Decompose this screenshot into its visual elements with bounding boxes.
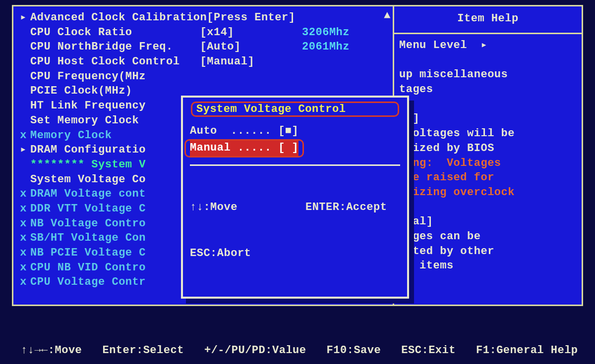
help-line: voltages will be xyxy=(399,126,577,141)
setting-value: [Press Enter] xyxy=(207,10,295,25)
disabled-icon: x xyxy=(16,246,30,260)
bios-screen: ▲ ▸Advanced Clock Calibration[Press Ente… xyxy=(12,5,583,306)
marker xyxy=(16,113,30,128)
setting-label: CPU Host Clock Control xyxy=(30,54,200,69)
help-panel: Item Help Menu Level up miscellaneoustag… xyxy=(393,6,582,305)
setting-label: NB Voltage Contro xyxy=(30,216,146,231)
disabled-icon: x xyxy=(16,260,30,275)
footer-line-1: ↑↓→←:Move Enter:Select +/-/PU/PD:Value F… xyxy=(21,343,583,359)
submenu-icon: ▸ xyxy=(16,143,30,157)
setting-label: CPU NB VID Contro xyxy=(30,260,146,275)
setting-row[interactable]: ▸Advanced Clock Calibration[Press Enter] xyxy=(16,10,390,25)
setting-label: Advanced Clock Calibration xyxy=(30,10,207,25)
popup-option-label: Manual ..... [ ] xyxy=(190,141,298,156)
setting-label: CPU Voltage Contr xyxy=(30,275,146,290)
popup-title: System Voltage Control xyxy=(196,103,394,115)
setting-label: CPU NorthBridge Freq. xyxy=(30,40,200,54)
help-line: to] xyxy=(399,111,577,126)
marker xyxy=(16,69,30,84)
setting-label: DRAM Voltage cont xyxy=(30,187,146,202)
setting-label: DRAM Configuratio xyxy=(30,143,146,157)
disabled-icon: x xyxy=(16,202,30,216)
setting-value: [x14] xyxy=(200,25,302,40)
setting-value: [Manual] xyxy=(200,54,255,69)
marker xyxy=(16,25,30,40)
footer-hints: ↑↓→←:Move Enter:Select +/-/PU/PD:Value F… xyxy=(12,306,583,364)
setting-label: System Voltage Co xyxy=(30,172,146,187)
disabled-icon: x xyxy=(16,216,30,231)
marker xyxy=(16,172,30,187)
popup-option[interactable]: Auto ...... [■] xyxy=(190,124,400,139)
help-line: nual] xyxy=(399,214,577,229)
disabled-icon: x xyxy=(16,231,30,246)
setting-label: HT Link Frequency xyxy=(30,99,146,113)
submenu-icon: ▸ xyxy=(16,10,30,25)
popup-system-voltage-control: System Voltage Control Auto ...... [■]Ma… xyxy=(181,96,409,299)
setting-label: PCIE Clock(MHz) xyxy=(30,84,146,99)
settings-panel: ▲ ▸Advanced Clock Calibration[Press Ente… xyxy=(13,6,393,305)
setting-row[interactable]: CPU Host Clock Control [Manual] xyxy=(16,54,390,69)
setting-row[interactable]: CPU Clock Ratio [x14] 3206Mhz xyxy=(16,25,390,40)
marker xyxy=(16,54,30,69)
disabled-icon: x xyxy=(16,187,30,202)
setting-label: SB/HT Voltage Con xyxy=(30,231,146,246)
setting-label: Memory Clock xyxy=(30,128,146,143)
marker xyxy=(16,40,30,54)
help-line: usted by other xyxy=(399,244,577,259)
help-line: ning: Voltages xyxy=(399,156,577,171)
disabled-icon: x xyxy=(16,275,30,290)
help-line: up items xyxy=(399,259,577,273)
setting-label: CPU Clock Ratio xyxy=(30,25,200,40)
popup-options: Auto ...... [■]Manual ..... [ ] xyxy=(190,124,400,164)
setting-label: ******** System V xyxy=(30,157,146,172)
help-line: tages xyxy=(399,82,577,97)
marker xyxy=(16,157,30,172)
setting-label: DDR VTT Voltage C xyxy=(30,202,146,216)
popup-footer: ↑↓:Move ENTER:Accept ESC:Abort xyxy=(190,164,400,292)
help-line: imized by BIOS xyxy=(399,141,577,156)
setting-label: Set Memory Clock xyxy=(30,113,146,128)
popup-option-selected[interactable]: Manual ..... [ ] xyxy=(184,139,304,157)
setting-extra: 3206Mhz xyxy=(302,25,350,40)
help-line: up miscellaneous xyxy=(399,67,577,82)
help-line xyxy=(399,200,577,215)
setting-value: [Auto] xyxy=(200,40,302,54)
help-title: Item Help xyxy=(394,6,582,34)
menu-level: Menu Level xyxy=(399,38,577,53)
setting-row[interactable]: CPU Frequency(MHz xyxy=(16,69,390,84)
setting-extra: 2061Mhz xyxy=(302,40,350,54)
help-line xyxy=(399,97,577,112)
marker xyxy=(16,99,30,113)
scroll-up-icon[interactable]: ▲ xyxy=(384,9,391,22)
setting-row[interactable]: CPU NorthBridge Freq. [Auto] 2061Mhz xyxy=(16,40,390,54)
help-line xyxy=(399,53,577,68)
disabled-icon: x xyxy=(16,128,30,143)
setting-label: NB PCIE Voltage C xyxy=(30,246,146,260)
help-line: tages can be xyxy=(399,229,577,244)
popup-hint-abort: ESC:Abort xyxy=(190,246,400,261)
help-line: imizing overclock xyxy=(399,185,577,200)
setting-label: CPU Frequency(MHz xyxy=(30,69,146,84)
popup-hint-move: ↑↓:Move ENTER:Accept xyxy=(190,200,400,215)
popup-title-highlight: System Voltage Control xyxy=(191,102,399,117)
help-body: Menu Level up miscellaneoustages to] vol… xyxy=(394,34,582,277)
help-line: be raised for xyxy=(399,170,577,185)
marker xyxy=(16,84,30,99)
